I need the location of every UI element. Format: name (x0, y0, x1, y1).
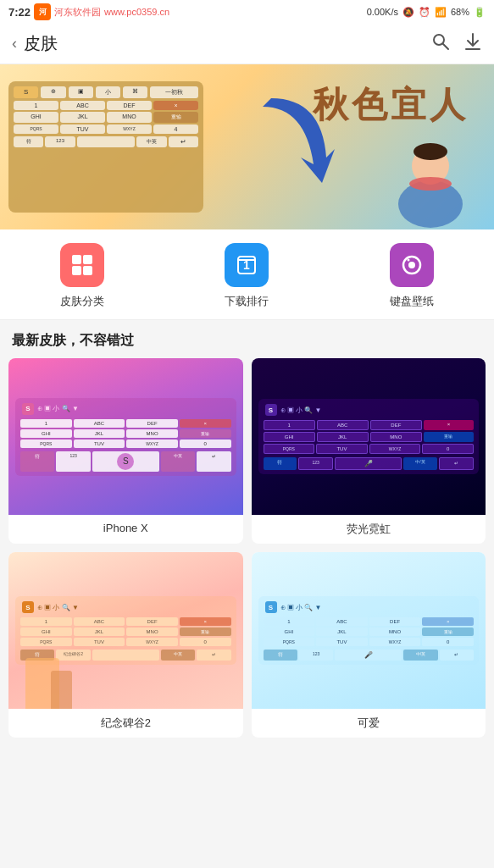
skin-card-color[interactable]: S ⊕ ▣ 小 🔍 ▼ 1 ABC DEF × GHI JKL MNO 重输 P… (8, 552, 243, 738)
brand-logo: 河 (34, 3, 51, 20)
back-button[interactable]: ‹ (12, 35, 17, 53)
skins-label: 皮肤分类 (60, 294, 104, 309)
svg-point-6 (414, 143, 447, 160)
battery-icon: 🔋 (474, 7, 486, 18)
banner-arrow (254, 90, 347, 200)
download-icon[interactable] (463, 32, 482, 55)
svg-rect-9 (83, 255, 92, 264)
battery-text: 68% (451, 7, 469, 17)
status-right: 0.00K/s 🔕 ⏰ 📶 68% 🔋 (367, 7, 486, 18)
status-site: 河东软件园 (54, 6, 101, 19)
rank-label: 下载排行 (225, 294, 269, 309)
status-url: www.pc0359.cn (104, 7, 169, 17)
status-bar: 7:22 河 河东软件园 www.pc0359.cn 0.00K/s 🔕 ⏰ 📶… (0, 0, 494, 24)
alarm-icon: ⏰ (419, 7, 430, 18)
skin-grid: S ⊕ ▣ 小 🔍 ▼ 1 ABC DEF × GHI JKL MNO 重输 P… (0, 358, 494, 746)
wallpaper-label: 键盘壁纸 (390, 294, 434, 309)
skin-card-iphonex[interactable]: S ⊕ ▣ 小 🔍 ▼ 1 ABC DEF × GHI JKL MNO 重输 P… (8, 358, 243, 544)
search-icon[interactable] (431, 32, 450, 55)
category-rank[interactable]: 1 下载排行 (225, 243, 269, 309)
svg-rect-10 (72, 266, 81, 275)
svg-rect-8 (72, 255, 81, 264)
skin-label-neon: 荧光霓虹 (252, 515, 486, 544)
header: ‹ 皮肤 (0, 24, 494, 64)
skin-thumb-color: S ⊕ ▣ 小 🔍 ▼ 1 ABC DEF × GHI JKL MNO 重输 P… (8, 552, 243, 709)
wallpaper-icon (390, 243, 434, 287)
skin-card-neon[interactable]: S ⊕ ▣ 小 🔍 ▼ 1 ABC DEF × GHI JKL MNO 重输 P… (252, 358, 486, 544)
skin-thumb-iphonex: S ⊕ ▣ 小 🔍 ▼ 1 ABC DEF × GHI JKL MNO 重输 P… (8, 358, 243, 515)
banner-figure (388, 128, 473, 229)
skin-card-cute[interactable]: S ⊕ ▣ 小 🔍 ▼ 1 ABC DEF × GHI JKL MNO 重输 P… (252, 552, 486, 738)
svg-line-1 (443, 44, 449, 50)
status-time: 7:22 (8, 6, 31, 19)
svg-point-17 (407, 259, 409, 262)
svg-point-16 (408, 262, 415, 268)
header-icons (431, 32, 482, 55)
svg-point-7 (409, 177, 452, 191)
category-wallpaper[interactable]: 键盘壁纸 (390, 243, 434, 309)
rank-icon: 1 (225, 243, 269, 287)
status-left: 7:22 河 河东软件园 www.pc0359.cn (8, 3, 169, 20)
category-skins[interactable]: 皮肤分类 (60, 243, 104, 309)
skin-label-color: 纪念碑谷2 (8, 709, 243, 738)
skin-label-iphonex: iPhone X (8, 515, 243, 541)
banner-keyboard: S ⊕ ▣ 小 ⌘ 一初秋 1 ABC DEF × GHI JKL MNO 重输… (8, 81, 203, 213)
categories: 皮肤分类 1 下载排行 键盘壁纸 (0, 229, 494, 320)
section-title: 最新皮肤，不容错过 (0, 320, 494, 358)
skin-label-cute: 可爱 (252, 709, 486, 738)
skin-thumb-neon: S ⊕ ▣ 小 🔍 ▼ 1 ABC DEF × GHI JKL MNO 重输 P… (252, 358, 486, 515)
skins-icon (60, 243, 104, 287)
signal-icon: 🔕 (402, 7, 414, 18)
banner: S ⊕ ▣ 小 ⌘ 一初秋 1 ABC DEF × GHI JKL MNO 重输… (0, 64, 494, 229)
wifi-icon: 📶 (435, 7, 447, 18)
skin-thumb-cute: S ⊕ ▣ 小 🔍 ▼ 1 ABC DEF × GHI JKL MNO 重输 P… (252, 552, 486, 709)
svg-rect-11 (83, 266, 92, 275)
page-title: 皮肤 (24, 32, 431, 55)
status-speed: 0.00K/s (367, 7, 398, 17)
